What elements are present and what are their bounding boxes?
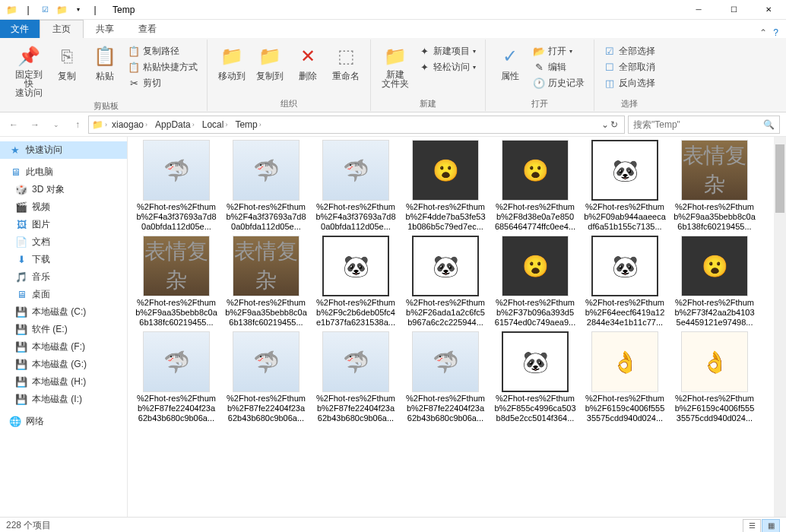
file-thumbnail: 🦈 <box>412 331 479 392</box>
file-item[interactable]: 🦈%2Fhot-res%2Fthumb%2F4a3f37693a7d80a0bf… <box>313 140 398 231</box>
recent-dropdown[interactable]: ⌄ <box>49 121 64 128</box>
file-item[interactable]: 👌%2Fhot-res%2Fthumb%2F6159c4006f55535575… <box>582 331 667 423</box>
sidebar-item[interactable]: 🎬视频 <box>0 198 127 216</box>
crumb-0[interactable]: xiaogao› <box>109 119 151 130</box>
qat-folder-icon[interactable]: 📁 <box>55 3 68 17</box>
scrollbar[interactable] <box>774 137 786 517</box>
sidebar-item-icon: 💾 <box>15 341 27 353</box>
file-item[interactable]: 😮%2Fhot-res%2Fthumb%2F8d38e0a7e850685646… <box>493 140 578 231</box>
file-item[interactable]: 表情复杂%2Fhot-res%2Fthumb%2F9aa35bebb8c0a6b… <box>134 236 219 327</box>
sidebar-quickaccess[interactable]: ★快速访问 <box>0 141 127 159</box>
crumb-1[interactable]: AppData› <box>152 119 198 130</box>
address-bar[interactable]: 📁 › xiaogao› AppData› Local› Temp› ⌄ ↻ <box>88 116 625 134</box>
copypath-button[interactable]: 📋复制路径 <box>125 44 201 59</box>
up-button[interactable]: ↑ <box>70 119 85 130</box>
paste-button[interactable]: 📋粘贴 <box>87 43 123 84</box>
sidebar-item[interactable]: 🎵音乐 <box>0 268 127 286</box>
crumb-2[interactable]: Local› <box>199 119 231 130</box>
crumb-3[interactable]: Temp› <box>232 119 264 130</box>
file-item[interactable]: 表情复杂%2Fhot-res%2Fthumb%2F9aa35bebb8c0a6b… <box>223 236 309 327</box>
delete-button[interactable]: ✕删除 <box>290 43 326 84</box>
selectnone-button[interactable]: ☐全部取消 <box>601 60 658 74</box>
file-item[interactable]: 😮%2Fhot-res%2Fthumb%2F4dde7ba53fe531b086… <box>403 140 488 231</box>
sidebar-item[interactable]: 📄文档 <box>0 233 127 251</box>
newfolder-button[interactable]: 📁新建 文件夹 <box>377 43 414 90</box>
file-item[interactable]: 🦈%2Fhot-res%2Fthumb%2F4a3f37693a7d80a0bf… <box>134 140 219 231</box>
addr-dropdown[interactable]: ⌄ <box>601 119 609 130</box>
qat-check-icon[interactable]: ☑ <box>38 3 52 17</box>
history-button[interactable]: 🕐历史记录 <box>530 76 588 90</box>
file-item[interactable]: 😮%2Fhot-res%2Fthumb%2F73f42aa2b41035e445… <box>672 236 757 327</box>
file-name: %2Fhot-res%2Fthumb%2F26ada1a2c6fc5b967a6… <box>404 296 486 327</box>
view-details-button[interactable]: ☰ <box>743 519 761 533</box>
file-item[interactable]: 🦈%2Fhot-res%2Fthumb%2F4a3f37693a7d80a0bf… <box>223 140 309 231</box>
file-item[interactable]: 🐼%2Fhot-res%2Fthumb%2F26ada1a2c6fc5b967a… <box>403 236 488 327</box>
moveto-button[interactable]: 📁移动到 <box>214 43 250 84</box>
sidebar-item[interactable]: 💾本地磁盘 (G:) <box>0 356 127 373</box>
file-item[interactable]: 表情复杂%2Fhot-res%2Fthumb%2F9aa35bebb8c0a6b… <box>672 140 757 231</box>
file-thumbnail: 🦈 <box>143 331 210 392</box>
search-icon[interactable]: 🔍 <box>763 119 775 130</box>
file-item[interactable]: 🐼%2Fhot-res%2Fthumb%2F9c2b6deb05fc4e1b73… <box>313 236 398 327</box>
qat-sep: | <box>21 3 35 17</box>
invertsel-button[interactable]: ◫反向选择 <box>601 76 658 90</box>
file-name: %2Fhot-res%2Fthumb%2F6159c4006f55535575c… <box>673 392 756 423</box>
file-item[interactable]: 🦈%2Fhot-res%2Fthumb%2F87fe22404f23a62b43… <box>134 331 219 423</box>
file-name: %2Fhot-res%2Fthumb%2F8d38e0a7e8506856464… <box>494 201 576 231</box>
tab-share[interactable]: 共享 <box>84 20 126 38</box>
ribbon-help[interactable]: ⌃? <box>752 27 786 38</box>
file-item[interactable]: 🐼%2Fhot-res%2Fthumb%2F855c4996ca503b8d5e… <box>493 331 578 423</box>
search-box[interactable]: 🔍 <box>628 116 780 134</box>
easyaccess-button[interactable]: ✦轻松访问▾ <box>415 60 479 74</box>
minimize-button[interactable]: ─ <box>681 0 716 20</box>
sidebar-item-label: 本地磁盘 (I:) <box>32 393 82 406</box>
sidebar-item[interactable]: 💾本地磁盘 (H:) <box>0 373 127 391</box>
close-button[interactable]: ✕ <box>751 0 786 20</box>
maximize-button[interactable]: ☐ <box>716 0 751 20</box>
copyto-button[interactable]: 📁复制到 <box>252 43 288 84</box>
sidebar-network[interactable]: 🌐网络 <box>0 413 127 430</box>
crumb-root-sep[interactable]: › <box>105 121 107 128</box>
tab-view[interactable]: 查看 <box>126 20 169 38</box>
sidebar-item[interactable]: 🎲3D 对象 <box>0 181 127 198</box>
qat-dropdown[interactable]: ▾ <box>71 3 85 17</box>
newitem-button[interactable]: ✦新建项目▾ <box>415 44 479 59</box>
tab-file[interactable]: 文件 <box>0 20 40 38</box>
file-view[interactable]: 🦈%2Fhot-res%2Fthumb%2F4a3f37693a7d80a0bf… <box>128 137 786 517</box>
file-item[interactable]: 🦈%2Fhot-res%2Fthumb%2F87fe22404f23a62b43… <box>223 331 309 423</box>
sidebar-item[interactable]: 💾本地磁盘 (I:) <box>0 391 127 408</box>
forward-button[interactable]: → <box>27 119 43 130</box>
sidebar-item[interactable]: 💾本地磁盘 (C:) <box>0 303 127 321</box>
sidebar-item[interactable]: 🖥桌面 <box>0 286 127 303</box>
file-name: %2Fhot-res%2Fthumb%2F9aa35bebb8c0a6b138f… <box>225 296 307 327</box>
open-button[interactable]: 📂打开▾ <box>530 44 588 59</box>
pin-button[interactable]: 📌固定到快 速访问 <box>11 43 47 99</box>
edit-button[interactable]: ✎编辑 <box>530 60 588 74</box>
sidebar-thispc[interactable]: 🖥此电脑 <box>0 163 127 181</box>
sidebar-item[interactable]: ⬇下载 <box>0 251 127 268</box>
search-input[interactable] <box>633 119 763 130</box>
file-item[interactable]: 🐼%2Fhot-res%2Fthumb%2F64eecf6419a122844e… <box>582 236 667 327</box>
selectall-button[interactable]: ☑全部选择 <box>601 44 658 59</box>
rename-button[interactable]: ⬚重命名 <box>328 43 364 84</box>
file-item[interactable]: 😮%2Fhot-res%2Fthumb%2F37b096a393d561574e… <box>493 236 578 327</box>
tab-home[interactable]: 主页 <box>40 20 84 38</box>
properties-button[interactable]: ✓属性 <box>492 43 528 84</box>
file-item[interactable]: 🦈%2Fhot-res%2Fthumb%2F87fe22404f23a62b43… <box>313 331 398 423</box>
file-thumbnail: 🐼 <box>502 331 569 392</box>
view-thumbnails-button[interactable]: ▦ <box>762 519 780 533</box>
sidebar-item-label: 本地磁盘 (H:) <box>32 375 86 388</box>
copy-button[interactable]: ⎘复制 <box>49 43 85 84</box>
scrollbar-thumb[interactable] <box>775 144 784 213</box>
sidebar-item[interactable]: 🖼图片 <box>0 216 127 233</box>
file-item[interactable]: 🦈%2Fhot-res%2Fthumb%2F87fe22404f23a62b43… <box>403 331 488 423</box>
pasteshortcut-button[interactable]: 📋粘贴快捷方式 <box>125 60 201 74</box>
sidebar-item-label: 本地磁盘 (C:) <box>32 306 86 318</box>
cut-button[interactable]: ✂剪切 <box>125 76 201 90</box>
sidebar-item[interactable]: 💾本地磁盘 (F:) <box>0 338 127 356</box>
file-item[interactable]: 🐼%2Fhot-res%2Fthumb%2F09ab944aaeecadf6a5… <box>582 140 667 231</box>
file-item[interactable]: 👌%2Fhot-res%2Fthumb%2F6159c4006f55535575… <box>672 331 757 423</box>
sidebar-item[interactable]: 💾软件 (E:) <box>0 321 127 338</box>
refresh-button[interactable]: ↻ <box>610 119 618 130</box>
back-button[interactable]: ← <box>6 119 21 130</box>
